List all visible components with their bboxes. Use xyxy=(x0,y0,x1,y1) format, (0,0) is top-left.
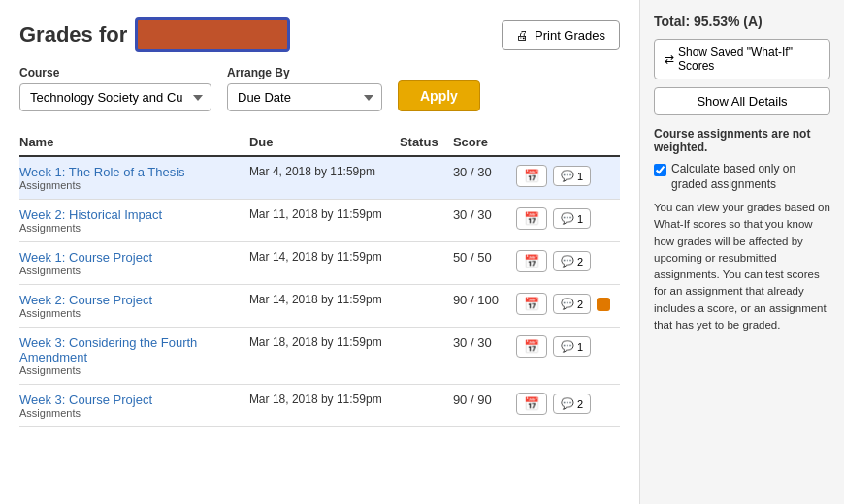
calendar-icon: 📅 xyxy=(524,339,539,354)
action-cell: 📅💬2 xyxy=(516,242,620,285)
table-row: Week 2: Course ProjectAssignmentsMar 14,… xyxy=(19,285,620,328)
printer-icon: 🖨 xyxy=(516,28,529,43)
assignment-type: Assignments xyxy=(19,307,240,319)
sidebar: Total: 95.53% (A) ⇄ Show Saved "What-If"… xyxy=(640,0,844,504)
comment-button[interactable]: 💬1 xyxy=(553,208,591,229)
comment-count: 2 xyxy=(577,398,583,410)
print-grades-button[interactable]: 🖨 Print Grades xyxy=(502,20,620,50)
calc-checkbox[interactable] xyxy=(654,164,666,176)
calendar-icon: 📅 xyxy=(524,169,539,183)
comment-icon: 💬 xyxy=(561,170,574,182)
assignment-name-link[interactable]: Week 1: Course Project xyxy=(19,250,152,265)
comment-button[interactable]: 💬2 xyxy=(553,294,591,314)
due-date: Mar 18, 2018 by 11:59pm xyxy=(249,385,400,427)
course-filter-label: Course xyxy=(19,66,211,79)
assignment-type: Assignments xyxy=(19,364,240,376)
assignment-name-link[interactable]: Week 2: Course Project xyxy=(19,293,152,307)
comment-icon: 💬 xyxy=(561,298,574,310)
assignment-name-link[interactable]: Week 2: Historical Impact xyxy=(19,207,162,222)
comment-icon: 💬 xyxy=(561,212,574,225)
table-row: Week 1: The Role of a ThesisAssignmentsM… xyxy=(19,156,620,200)
what-if-icon: ⇄ xyxy=(665,52,674,66)
status-cell xyxy=(400,285,453,328)
comment-icon: 💬 xyxy=(561,255,574,268)
status-cell xyxy=(400,385,453,427)
sidebar-description: You can view your grades based on What-I… xyxy=(654,200,830,333)
assignment-name-link[interactable]: Week 3: Course Project xyxy=(19,393,152,407)
col-score: Score xyxy=(453,129,516,156)
comment-button[interactable]: 💬1 xyxy=(553,166,591,186)
arrange-filter-label: Arrange By xyxy=(227,66,382,79)
comment-count: 1 xyxy=(577,341,583,353)
action-cell: 📅💬1 xyxy=(516,156,620,200)
col-due: Due xyxy=(249,129,400,156)
score-cell: 90 / 100 xyxy=(453,285,516,328)
course-filter-group: Course Technology Society and Cu xyxy=(19,66,211,111)
apply-button[interactable]: Apply xyxy=(398,80,480,111)
due-date: Mar 18, 2018 by 11:59pm xyxy=(249,328,400,385)
status-cell xyxy=(400,242,453,285)
table-row: Week 3: Course ProjectAssignmentsMar 18,… xyxy=(19,385,620,427)
assignment-type: Assignments xyxy=(19,407,240,419)
arrange-select[interactable]: Due Date Title Module Oldest First xyxy=(227,83,382,111)
calc-checkbox-row: Calculate based only on graded assignmen… xyxy=(654,162,830,192)
score-cell: 90 / 90 xyxy=(453,385,516,427)
calendar-icon-button[interactable]: 📅 xyxy=(516,393,547,415)
calendar-icon-button[interactable]: 📅 xyxy=(516,335,547,358)
comment-button[interactable]: 💬2 xyxy=(553,394,591,414)
assignment-type: Assignments xyxy=(19,179,240,191)
what-if-label: Show Saved "What-If" Scores xyxy=(678,46,820,73)
show-what-if-button[interactable]: ⇄ Show Saved "What-If" Scores xyxy=(654,39,830,79)
table-row: Week 3: Considering the Fourth Amendment… xyxy=(19,328,620,385)
orange-indicator xyxy=(597,298,610,311)
calendar-icon: 📅 xyxy=(524,297,539,311)
arrange-filter-group: Arrange By Due Date Title Module Oldest … xyxy=(227,66,382,111)
status-cell xyxy=(400,328,453,385)
assignment-name-link[interactable]: Week 1: The Role of a Thesis xyxy=(19,165,185,179)
col-status: Status xyxy=(400,129,453,156)
calendar-icon-button[interactable]: 📅 xyxy=(516,207,547,230)
comment-count: 1 xyxy=(577,171,583,182)
comment-count: 2 xyxy=(577,299,583,310)
calc-label: Calculate based only on graded assignmen… xyxy=(671,162,830,192)
action-cell: 📅💬1 xyxy=(516,328,620,385)
comment-button[interactable]: 💬1 xyxy=(553,336,591,357)
calendar-icon-button[interactable]: 📅 xyxy=(516,250,547,272)
score-cell: 30 / 30 xyxy=(453,328,516,385)
assignment-name-link[interactable]: Week 3: Considering the Fourth Amendment xyxy=(19,335,197,364)
due-date: Mar 11, 2018 by 11:59pm xyxy=(249,200,400,242)
comment-icon: 💬 xyxy=(561,397,574,410)
due-date: Mar 4, 2018 by 11:59pm xyxy=(249,156,400,200)
score-cell: 50 / 50 xyxy=(453,242,516,285)
action-cell: 📅💬2 xyxy=(516,385,620,427)
calendar-icon: 📅 xyxy=(524,254,539,268)
table-row: Week 2: Historical ImpactAssignmentsMar … xyxy=(19,200,620,242)
comment-count: 1 xyxy=(577,213,583,225)
calendar-icon: 📅 xyxy=(524,211,539,226)
col-name: Name xyxy=(19,129,249,156)
action-cell: 📅💬1 xyxy=(516,200,620,242)
not-weighted-label: Course assignments are not weighted. xyxy=(654,127,830,154)
due-date: Mar 14, 2018 by 11:59pm xyxy=(249,242,400,285)
title-prefix: Grades for xyxy=(19,22,127,47)
assignment-type: Assignments xyxy=(19,265,240,276)
print-label: Print Grades xyxy=(535,28,605,43)
page-title: Grades for xyxy=(19,17,290,52)
calendar-icon-button[interactable]: 📅 xyxy=(516,293,547,315)
status-cell xyxy=(400,200,453,242)
status-cell xyxy=(400,156,453,200)
grades-table: Name Due Status Score Week 1: The Role o… xyxy=(19,129,620,427)
table-row: Week 1: Course ProjectAssignmentsMar 14,… xyxy=(19,242,620,285)
course-select[interactable]: Technology Society and Cu xyxy=(19,83,211,111)
comment-icon: 💬 xyxy=(561,340,574,353)
assignment-type: Assignments xyxy=(19,222,240,234)
show-all-details-button[interactable]: Show All Details xyxy=(654,87,830,115)
student-name-box xyxy=(135,17,290,52)
total-score: Total: 95.53% (A) xyxy=(654,14,830,29)
comment-button[interactable]: 💬2 xyxy=(553,251,591,271)
score-cell: 30 / 30 xyxy=(453,156,516,200)
comment-count: 2 xyxy=(577,256,583,268)
col-actions xyxy=(516,129,620,156)
calendar-icon: 📅 xyxy=(524,396,539,411)
calendar-icon-button[interactable]: 📅 xyxy=(516,165,547,187)
